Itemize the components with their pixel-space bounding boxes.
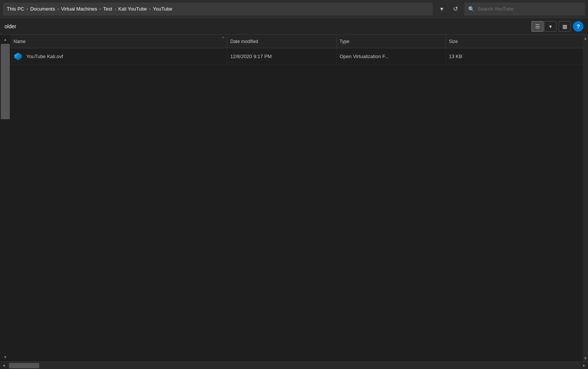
bottom-scroll-right[interactable]: ► xyxy=(580,362,588,369)
view-dropdown: ☰ ▾ xyxy=(531,21,556,32)
address-bar: This PC › Documents › Virtual Machines ›… xyxy=(0,0,588,18)
scroll-thumb[interactable] xyxy=(1,44,10,119)
col-header-date[interactable]: Date modified xyxy=(227,35,337,48)
breadcrumb-virtual-machines[interactable]: Virtual Machines xyxy=(61,6,97,12)
chevron-down-icon: ▾ xyxy=(549,23,552,29)
sort-indicator: ^ xyxy=(222,36,224,40)
file-date: 12/8/2020 9:17 PM xyxy=(230,54,272,59)
view-dropdown-arrow[interactable]: ▾ xyxy=(544,21,556,32)
scrollbar-up-arrow[interactable]: ▲ xyxy=(583,35,588,42)
main-content: ▲ ▼ Name ^ Date modified Type Size xyxy=(0,35,588,361)
breadcrumb-sep-3: › xyxy=(100,6,101,12)
detail-view-icon: ▦ xyxy=(562,23,567,29)
col-type-label: Type xyxy=(340,39,349,44)
bottom-scroll-left[interactable]: ◄ xyxy=(0,362,8,369)
col-header-type[interactable]: Type xyxy=(337,35,446,48)
scrollbar-track[interactable] xyxy=(583,42,588,355)
file-type-cell: Open Virtualization F... xyxy=(337,48,446,65)
file-size-cell: 13 KB xyxy=(446,48,521,65)
breadcrumb-sep-5: › xyxy=(149,6,151,12)
column-headers: Name ^ Date modified Type Size xyxy=(11,35,583,48)
ovf-icon-shape xyxy=(14,53,22,60)
help-button[interactable]: ? xyxy=(573,21,583,32)
breadcrumb-sep-4: › xyxy=(115,6,116,12)
ovf-file-icon xyxy=(14,52,23,61)
scroll-track xyxy=(0,44,11,352)
breadcrumb-documents[interactable]: Documents xyxy=(30,6,55,12)
sidebar-scroll: ▲ ▼ xyxy=(0,35,11,361)
col-header-size[interactable]: Size xyxy=(446,35,521,48)
right-scrollbar: ▲ ▼ xyxy=(583,35,588,361)
col-size-label: Size xyxy=(449,39,458,44)
toolbar: older ☰ ▾ ▦ ? xyxy=(0,18,588,35)
file-rows: YouTube Kali.ovf 12/8/2020 9:17 PM Open … xyxy=(11,48,583,361)
col-header-name[interactable]: Name ^ xyxy=(11,35,227,48)
file-date-cell: 12/8/2020 9:17 PM xyxy=(227,48,337,65)
scroll-down-arrow[interactable]: ▼ xyxy=(0,352,11,361)
folder-label: older xyxy=(5,23,16,29)
search-input[interactable] xyxy=(478,6,581,12)
help-icon: ? xyxy=(576,23,580,29)
refresh-button[interactable]: ↺ xyxy=(449,3,461,15)
search-box[interactable]: 🔍 xyxy=(464,3,585,15)
breadcrumb-youtube[interactable]: YouTube xyxy=(153,6,172,12)
col-name-label: Name xyxy=(14,39,26,44)
breadcrumb-sep-2: › xyxy=(57,6,59,12)
toolbar-left: older xyxy=(5,23,16,29)
bottom-scroll-track[interactable] xyxy=(8,362,580,369)
bottom-area: ◄ ► xyxy=(0,361,588,369)
scroll-up-arrow[interactable]: ▲ xyxy=(0,35,11,44)
address-controls: ▾ ↺ xyxy=(436,3,461,15)
breadcrumb-this-pc[interactable]: This PC xyxy=(7,6,24,12)
file-size: 13 KB xyxy=(449,54,462,59)
toolbar-right: ☰ ▾ ▦ ? xyxy=(531,21,583,32)
search-icon: 🔍 xyxy=(468,6,475,12)
scrollbar-down-arrow[interactable]: ▼ xyxy=(583,355,588,361)
breadcrumb-area[interactable]: This PC › Documents › Virtual Machines ›… xyxy=(3,3,433,15)
dropdown-button[interactable]: ▾ xyxy=(436,3,448,15)
file-type: Open Virtualization F... xyxy=(340,54,389,59)
file-name-cell: YouTube Kali.ovf xyxy=(11,48,227,65)
table-row[interactable]: YouTube Kali.ovf 12/8/2020 9:17 PM Open … xyxy=(11,48,583,65)
breadcrumb-kali-youtube[interactable]: Kali YouTube xyxy=(118,6,147,12)
file-list-area: Name ^ Date modified Type Size YouTube K… xyxy=(11,35,583,361)
detail-view-button[interactable]: ▦ xyxy=(559,21,571,32)
list-view-icon: ☰ xyxy=(535,23,540,29)
file-name: YouTube Kali.ovf xyxy=(26,54,63,59)
list-view-button[interactable]: ☰ xyxy=(531,21,544,32)
bottom-scroll-thumb[interactable] xyxy=(9,363,39,368)
breadcrumb-sep-1: › xyxy=(26,6,28,12)
col-date-label: Date modified xyxy=(230,39,258,44)
breadcrumb-test[interactable]: Test xyxy=(103,6,112,12)
